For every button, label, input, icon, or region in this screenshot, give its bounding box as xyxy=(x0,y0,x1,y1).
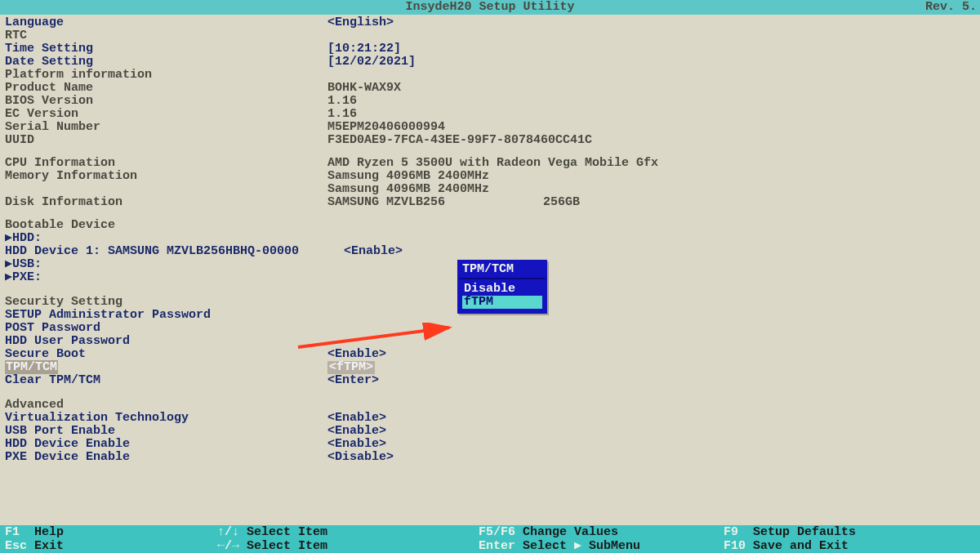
row-date[interactable]: Date Setting [12/02/2021] xyxy=(5,56,975,69)
key-f5f6: F5/F6 xyxy=(479,525,515,539)
mem-label: Memory Information xyxy=(5,170,327,183)
usb-port-label: USB Port Enable xyxy=(5,425,327,438)
tpm-label: TPM/TCM xyxy=(5,361,327,374)
footer-help-bar: F1 Help ↑/↓ Select Item F5/F6 Change Val… xyxy=(0,525,980,553)
bootable-header: Bootable Device xyxy=(5,219,327,232)
serial-label: Serial Number xyxy=(5,121,327,134)
tpm-option-popup[interactable]: TPM/TCM Disable fTPM xyxy=(457,260,547,314)
serial-value: M5EPM20406000994 xyxy=(327,121,975,134)
row-pxe-enable[interactable]: PXE Device Enable<Disable> xyxy=(5,451,975,464)
cpu-value: AMD Ryzen 5 3500U with Radeon Vega Mobil… xyxy=(327,157,975,170)
platform-header: Platform information xyxy=(5,69,327,82)
cpu-label: CPU Information xyxy=(5,157,327,170)
pxe-en-label: PXE Device Enable xyxy=(5,451,327,464)
uuid-label: UUID xyxy=(5,134,327,147)
key-f10: F10 xyxy=(724,539,746,553)
desc-change-values: Change Values xyxy=(523,525,618,539)
clear-tpm-value: <Enter> xyxy=(327,374,975,387)
submenu-arrow-icon: ▶ xyxy=(574,539,581,553)
mem-value2: Samsung 4096MB 2400MHz xyxy=(327,183,975,196)
ec-value: 1.16 xyxy=(327,108,975,121)
pxe-en-value: <Disable> xyxy=(327,451,975,464)
hdd-en-value: <Enable> xyxy=(327,438,975,451)
row-clear-tpm[interactable]: Clear TPM/TCM<Enter> xyxy=(5,374,975,387)
popup-option-ftpm[interactable]: fTPM xyxy=(462,296,542,309)
post-pw-label: POST Password xyxy=(5,322,327,335)
title-bar: InsydeH20 Setup Utility Rev. 5. xyxy=(0,0,980,15)
row-time[interactable]: Time Setting [10:21:22] xyxy=(5,42,975,56)
key-updown: ↑/↓ xyxy=(217,525,239,539)
row-post-pw[interactable]: POST Password xyxy=(5,322,975,335)
key-f9: F9 xyxy=(724,525,738,539)
rtc-label: RTC xyxy=(5,29,327,42)
uuid-value: F3ED0AE9-7FCA-43EE-99F7-8078460CC41C xyxy=(327,134,975,147)
secure-boot-value: <Enable> xyxy=(327,348,975,361)
tpm-value: <fTPM> xyxy=(327,361,975,374)
virt-value: <Enable> xyxy=(327,412,975,425)
row-hdd-enable[interactable]: HDD Device Enable<Enable> xyxy=(5,438,975,451)
disk-label: Disk Information xyxy=(5,196,327,209)
date-label: Date Setting xyxy=(5,56,327,69)
time-value: [10:21:22] xyxy=(327,42,975,56)
hdd-en-label: HDD Device Enable xyxy=(5,438,327,451)
setup-pw-label: SETUP Administrator Password xyxy=(5,309,327,322)
date-value: [12/02/2021] xyxy=(327,56,975,69)
row-virt[interactable]: Virtualization Technology<Enable> xyxy=(5,412,975,425)
desc-save-exit: Save and Exit xyxy=(753,539,849,553)
language-value: <English> xyxy=(327,16,975,29)
key-f1: F1 xyxy=(5,525,20,539)
app-title: InsydeH20 Setup Utility xyxy=(405,1,574,14)
row-language[interactable]: Language <English> xyxy=(5,16,975,29)
desc-submenu: SubMenu xyxy=(589,539,640,553)
desc-select: Select xyxy=(523,539,567,553)
product-value: BOHK-WAX9X xyxy=(327,82,975,95)
bios-label: BIOS Version xyxy=(5,95,327,108)
bios-value: 1.16 xyxy=(327,95,975,108)
clear-tpm-label: Clear TPM/TCM xyxy=(5,374,327,387)
pxe-label: ▶PXE: xyxy=(5,271,327,284)
desc-exit: Exit xyxy=(34,539,64,553)
hdd-label: ▶HDD: xyxy=(5,232,327,245)
desc-select-item-h: Select Item xyxy=(247,539,327,553)
popup-option-disable[interactable]: Disable xyxy=(459,283,546,296)
row-hdd-pw[interactable]: HDD User Password xyxy=(5,335,975,348)
virt-label: Virtualization Technology xyxy=(5,412,327,425)
mem-value1: Samsung 4096MB 2400MHz xyxy=(327,170,975,183)
key-esc: Esc xyxy=(5,539,27,553)
key-leftright: ←/→ xyxy=(217,539,239,553)
usb-port-value: <Enable> xyxy=(327,425,975,438)
advanced-header: Advanced xyxy=(5,399,327,412)
product-label: Product Name xyxy=(5,82,327,95)
row-tpm[interactable]: TPM/TCM <fTPM> xyxy=(5,361,975,374)
hdd-pw-label: HDD User Password xyxy=(5,335,327,348)
security-header: Security Setting xyxy=(5,296,327,309)
language-label: Language xyxy=(5,16,327,29)
row-usb-port[interactable]: USB Port Enable<Enable> xyxy=(5,425,975,438)
desc-help: Help xyxy=(34,525,64,539)
row-secure-boot[interactable]: Secure Boot<Enable> xyxy=(5,348,975,361)
ec-label: EC Version xyxy=(5,108,327,121)
hdd1-value: <Enable> xyxy=(344,245,975,258)
row-hdd[interactable]: ▶HDD: xyxy=(5,232,975,245)
hdd1-label: HDD Device 1: SAMSUNG MZVLB256HBHQ-00000 xyxy=(5,245,344,258)
key-enter: Enter xyxy=(479,539,515,553)
desc-setup-defaults: Setup Defaults xyxy=(753,525,856,539)
disk-value-left: SAMSUNG MZVLB256 xyxy=(327,195,445,209)
disk-value-right: 256GB xyxy=(543,195,580,209)
row-hdd-device1[interactable]: HDD Device 1: SAMSUNG MZVLB256HBHQ-00000… xyxy=(5,245,975,258)
time-label: Time Setting xyxy=(5,42,327,56)
row-rtc: RTC xyxy=(5,29,975,42)
usb-label: ▶USB: xyxy=(5,258,327,271)
secure-boot-label: Secure Boot xyxy=(5,348,327,361)
desc-select-item-v: Select Item xyxy=(247,525,327,539)
popup-title: TPM/TCM xyxy=(459,261,546,279)
bios-main-panel: Language <English> RTC Time Setting [10:… xyxy=(0,15,980,466)
revision-label: Rev. 5. xyxy=(925,1,977,14)
